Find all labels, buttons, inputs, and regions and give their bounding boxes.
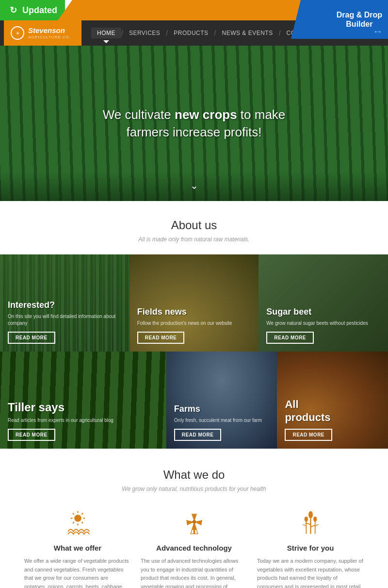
svg-line-10 <box>81 522 83 523</box>
nav-link-news[interactable]: NEWS & EVENTS <box>216 30 278 36</box>
feature-strive-text: Today we are a modern company, supplier … <box>257 557 364 588</box>
updated-label: Updated <box>22 5 57 16</box>
refresh-icon: ↻ <box>8 5 18 16</box>
card-grid-row1: Interested? On this site you will find d… <box>0 254 388 352</box>
svg-point-25 <box>313 516 317 521</box>
card-grid-row2: Tiller says Read articles from experts i… <box>0 352 388 449</box>
card-interested-desc: On this site you will find detailed info… <box>8 313 122 327</box>
site-logo[interactable]: ☀ Stevenson AGRICULTURE CO. <box>4 20 81 46</box>
svg-line-9 <box>73 513 74 514</box>
svg-point-21 <box>308 511 312 518</box>
card-tiller-btn[interactable]: READ MORE <box>8 429 55 441</box>
hero-chevron-icon: ⌄ <box>190 180 198 191</box>
features-grid: What we offer We offer a wide range of v… <box>10 508 378 588</box>
card-fields-btn[interactable]: READ MORE <box>137 332 185 344</box>
feature-strive-icon <box>296 508 325 537</box>
card-fields-desc: Follow the production's news on our webs… <box>137 320 251 327</box>
hero-content: We cultivate new crops to makefarmers in… <box>103 106 286 141</box>
svg-point-4 <box>74 515 81 522</box>
nav-links: HOME / SERVICES / PRODUCTS / NEWS & EVEN… <box>91 28 326 38</box>
hero-title-bold: new crops <box>175 107 237 122</box>
logo-sub-text: AGRICULTURE CO. <box>28 35 71 39</box>
feature-technology-title: Advanced technology <box>141 544 247 552</box>
whatwedo-title: What we do <box>10 468 378 482</box>
nav-item-news[interactable]: NEWS & EVENTS <box>216 30 278 36</box>
card-interested-btn[interactable]: READ MORE <box>8 332 55 344</box>
hero-title-part1: We cultivate <box>103 107 175 122</box>
about-title: About us <box>10 218 378 232</box>
logo-brand-name: Stevenson <box>28 27 71 35</box>
nav-item-home[interactable]: HOME <box>91 28 121 38</box>
card-interested: Interested? On this site you will find d… <box>0 254 129 352</box>
card-tiller-title: Tiller says <box>8 401 159 414</box>
card-tiller: Tiller says Read articles from experts i… <box>0 352 166 449</box>
feature-offer-title: What we offer <box>24 544 131 552</box>
card-farms-desc: Only fresh, succulent meat from our farm <box>174 417 270 424</box>
feature-technology: Advanced technology The use of advanced … <box>141 508 247 588</box>
svg-point-23 <box>304 516 307 521</box>
about-subtitle: All is made only from natural raw materi… <box>10 236 378 243</box>
hero-title: We cultivate new crops to makefarmers in… <box>103 106 286 141</box>
card-sugarbeet-btn[interactable]: READ MORE <box>266 332 314 344</box>
card-tiller-desc: Read articles from experts in our agricu… <box>8 417 159 424</box>
drag-arrow-icon: ↔ <box>372 25 383 38</box>
card-farms: Farms Only fresh, succulent meat from ou… <box>166 352 277 449</box>
card-fields: Fields news Follow the production's news… <box>129 254 259 352</box>
whatwedo-subtitle: We grow only natural, nutritious product… <box>10 486 378 492</box>
card-sugarbeet-desc: We grow natural sugar beets without pest… <box>266 320 380 327</box>
top-bar: ↻ Updated Drag & DropBuilder ↔ <box>0 0 388 20</box>
card-sugarbeet-title: Sugar beet <box>266 307 380 317</box>
nav-link-products[interactable]: PRODUCTS <box>168 30 214 36</box>
nav-item-services[interactable]: SERVICES <box>123 30 166 36</box>
card-farms-btn[interactable]: READ MORE <box>174 429 222 441</box>
feature-strive-title: Strive for you <box>257 544 364 552</box>
whatwedo-section: What we do We grow only natural, nutriti… <box>0 449 388 588</box>
feature-technology-text: The use of advanced technologies allows … <box>141 557 247 588</box>
svg-line-12 <box>73 522 74 523</box>
svg-line-11 <box>81 513 83 514</box>
card-allproducts-title: Allproducts <box>285 398 380 424</box>
feature-offer: What we offer We offer a wide range of v… <box>24 508 131 588</box>
logo-circle-icon: ☀ <box>11 26 24 40</box>
feature-offer-icon <box>63 508 92 537</box>
feature-offer-text: We offer a wide range of vegetable produ… <box>24 557 131 588</box>
feature-strive: Strive for you Today we are a modern com… <box>257 508 364 588</box>
hero-section: We cultivate new crops to makefarmers in… <box>0 46 388 201</box>
nav-item-products[interactable]: PRODUCTS <box>168 30 214 36</box>
card-interested-title: Interested? <box>8 300 122 310</box>
feature-technology-icon <box>179 508 209 537</box>
card-sugarbeet: Sugar beet We grow natural sugar beets w… <box>259 254 388 352</box>
card-fields-title: Fields news <box>137 307 251 317</box>
nav-link-home[interactable]: HOME <box>91 28 121 38</box>
card-farms-title: Farms <box>174 404 270 414</box>
nav-link-services[interactable]: SERVICES <box>123 30 166 36</box>
card-allproducts-btn[interactable]: READ MORE <box>285 429 332 441</box>
card-allproducts: Allproducts READ MORE <box>277 352 388 449</box>
about-section: About us All is made only from natural r… <box>0 201 388 254</box>
updated-badge: ↻ Updated <box>0 0 65 20</box>
